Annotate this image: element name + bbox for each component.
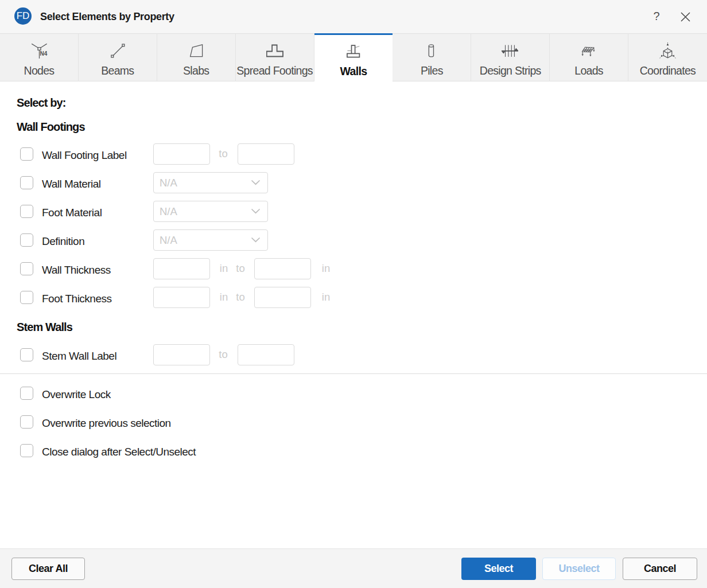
svg-text:N4: N4 [40, 50, 48, 57]
